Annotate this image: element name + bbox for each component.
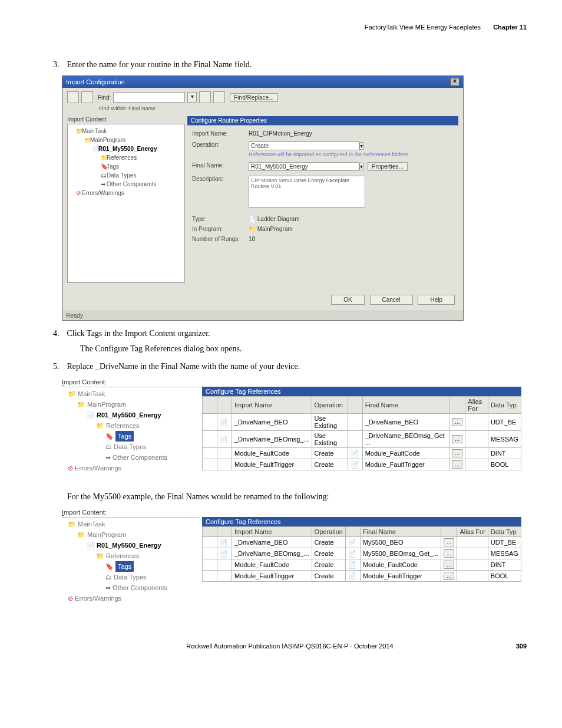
import-content-tree-2[interactable]: 📁 MainTask 📁 MainProgram 📄 R01_My5500_En… <box>62 517 200 607</box>
table-row[interactable]: Module_FaultCodeCreate 📄Module_FaultCode… <box>203 559 521 571</box>
tree-references[interactable]: 📁References <box>70 153 182 162</box>
cancel-button[interactable]: Cancel <box>370 295 413 305</box>
publication-info: Rockwell Automation Publication IASIMP-Q… <box>186 643 393 650</box>
browse-button[interactable]: … <box>452 418 462 426</box>
dialog-titlebar: Import Configuration × <box>62 76 463 88</box>
toolbar-btn-2[interactable] <box>81 91 93 103</box>
page-footer: Rockwell Automation Publication IASIMP-Q… <box>53 643 527 650</box>
col-import[interactable]: Import Name <box>232 397 312 414</box>
tree-item-errors[interactable]: ⊘ Errors/Warnings <box>63 593 199 604</box>
properties-button[interactable]: Properties... <box>368 162 408 171</box>
example-note: For the My5500 example, the Final Names … <box>67 492 527 502</box>
tree-item-tags[interactable]: 🔖 Tags <box>63 431 199 442</box>
header-title: FactoryTalk View ME Energy Faceplates <box>365 24 481 31</box>
browse-button[interactable]: … <box>444 572 454 580</box>
ok-button[interactable]: OK <box>331 295 364 305</box>
col-final[interactable]: Final Name <box>362 397 449 414</box>
tree-item[interactable]: 📄 R01_My5500_Energy <box>63 410 199 420</box>
tag-refs-header-2: Configure Tag References <box>202 517 521 526</box>
operation-select[interactable]: Create <box>249 141 359 150</box>
operation-label: Operation: <box>192 141 245 148</box>
find-within-label: Find Within: Final Name <box>99 106 463 115</box>
operation-dropdown-icon[interactable]: ▾ <box>359 142 363 150</box>
tree-item-tags[interactable]: 🔖 Tags <box>63 561 199 572</box>
tag-refs-grid-1[interactable]: Import Name Operation Final Name Alias F… <box>202 396 521 470</box>
tree-tags[interactable]: 🔖Tags <box>70 162 182 171</box>
operation-warning: References will be imported as configure… <box>249 151 454 157</box>
tree-item[interactable]: 📁 MainTask <box>63 388 199 399</box>
col-operation[interactable]: Operation <box>312 527 345 537</box>
step-5: 5. Replace _DriveName in the Final Name … <box>53 362 527 371</box>
tree-other[interactable]: ➡Other Components <box>70 180 182 189</box>
find-dropdown-icon[interactable]: ▾ <box>187 92 197 103</box>
tree-item-errors[interactable]: ⊘ Errors/Warnings <box>63 463 199 473</box>
find-next-icon[interactable] <box>199 91 211 103</box>
step-5-num: 5. <box>53 362 65 371</box>
col-alias[interactable]: Alias For <box>465 397 488 414</box>
import-content-label: Import Content: <box>67 116 185 123</box>
description-textarea[interactable]: CIP Motion Servo Drive Energy Faceplate … <box>249 176 365 207</box>
tree-item[interactable]: 📁 MainTask <box>63 519 199 529</box>
table-row[interactable]: 📄 _DriveName_BEOmsg_...Use Existing _Dri… <box>203 431 521 448</box>
tree-item[interactable]: 📄 R01_My5500_Energy <box>63 540 199 551</box>
find-prev-icon[interactable] <box>213 91 225 103</box>
find-replace-button[interactable]: Find/Replace... <box>230 93 277 102</box>
table-row[interactable]: Module_FaultTriggerCreate 📄Module_FaultT… <box>203 571 521 582</box>
help-button[interactable]: Help <box>418 295 455 305</box>
import-content-title-1: Import Content: <box>62 377 521 387</box>
find-input[interactable] <box>113 92 185 103</box>
tree-item[interactable]: 📁 MainProgram <box>63 529 199 540</box>
step-3-text: Enter the name for your routine in the F… <box>67 60 252 69</box>
tree-item[interactable]: 📁 References <box>63 551 199 561</box>
tree-item[interactable]: 🗂 Data Types <box>63 572 199 582</box>
table-row[interactable]: Module_FaultTriggerCreate 📄Module_FaultT… <box>203 459 521 470</box>
tree-item[interactable]: ➡ Other Components <box>63 582 199 593</box>
page-number: 309 <box>516 643 527 650</box>
inprogram-value: 📁 MainProgram <box>249 226 454 232</box>
tree-item[interactable]: ➡ Other Components <box>63 452 199 463</box>
tree-routine[interactable]: 📄R01_My5500_Energy <box>70 144 182 153</box>
table-row[interactable]: Module_FaultCodeCreate 📄Module_FaultCode… <box>203 448 521 459</box>
dialog-buttons: OK Cancel Help <box>62 289 463 311</box>
find-label: Find: <box>98 94 111 101</box>
col-type[interactable]: Data Typ <box>488 397 521 414</box>
import-content-tree[interactable]: 📁MainTask 📁MainProgram 📄R01_My5500_Energ… <box>67 124 185 283</box>
find-toolbar: Find: ▾ Find/Replace... <box>62 88 463 107</box>
browse-button[interactable]: … <box>444 561 454 569</box>
tag-refs-grid-2[interactable]: Import Name Operation Final Name Alias F… <box>202 526 521 582</box>
tree-errors[interactable]: ⊘Errors/Warnings <box>70 189 182 197</box>
table-row[interactable]: 📄 _DriveName_BEOCreate 📄My5500_BEO … UDT… <box>203 537 521 548</box>
tree-mainprogram[interactable]: 📁MainProgram <box>70 136 182 144</box>
toolbar-btn-1[interactable] <box>67 91 79 103</box>
browse-button[interactable]: … <box>452 435 462 443</box>
tree-item[interactable]: 🗂 Data Types <box>63 442 199 452</box>
col-import[interactable]: Import Name <box>232 527 312 537</box>
tag-refs-screenshot-2: Import Content: 📁 MainTask 📁 MainProgram… <box>62 508 521 607</box>
final-name-input[interactable]: R01_My5500_Energy <box>249 162 359 171</box>
import-content-tree-1[interactable]: 📁 MainTask 📁 MainProgram 📄 R01_My5500_En… <box>62 387 200 477</box>
final-name-dropdown-icon[interactable]: ▾ <box>359 163 363 170</box>
tree-item[interactable]: 📁 MainProgram <box>63 399 199 410</box>
browse-button[interactable]: … <box>444 538 454 546</box>
col-type[interactable]: Data Typ <box>488 527 521 537</box>
browse-button[interactable]: … <box>444 549 454 558</box>
col-alias[interactable]: Alias For <box>457 527 488 537</box>
step-3-num: 3. <box>53 60 65 70</box>
step-3: 3. Enter the name for your routine in th… <box>53 60 527 70</box>
inprogram-label: In Program: <box>192 226 245 232</box>
col-final[interactable]: Final Name <box>360 527 441 537</box>
col-operation[interactable]: Operation <box>312 397 348 414</box>
step-4-num: 4. <box>53 329 65 338</box>
browse-button[interactable]: … <box>452 449 462 457</box>
table-row[interactable]: 📄 _DriveName_BEOUse Existing _DriveName_… <box>203 414 521 431</box>
close-icon[interactable]: × <box>450 78 459 86</box>
tree-item[interactable]: 📁 References <box>63 420 199 431</box>
page-header: FactoryTalk View ME Energy Faceplates Ch… <box>53 24 527 31</box>
browse-button[interactable]: … <box>452 460 462 469</box>
table-row[interactable]: 📄 _DriveName_BEOmsg_...Create 📄My5500_BE… <box>203 548 521 559</box>
tree-datatypes[interactable]: 🗂Data Types <box>70 171 182 180</box>
step-5-text: Replace _DriveName in the Final Name wit… <box>67 362 300 371</box>
tree-maintask[interactable]: 📁MainTask <box>70 127 182 136</box>
tag-refs-header-1: Configure Tag References <box>202 387 521 396</box>
import-content-title-2: Import Content: <box>62 508 521 517</box>
